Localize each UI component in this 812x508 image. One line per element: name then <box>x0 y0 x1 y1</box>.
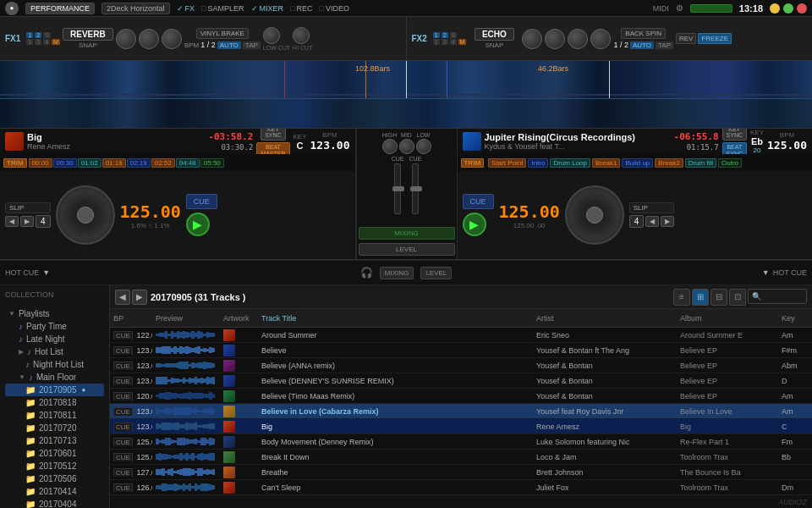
deck1-cue-btn[interactable]: CUE <box>186 194 217 209</box>
sidebar-item-20170512[interactable]: 📁 20170512 <box>5 460 104 472</box>
deck1-next-btn[interactable]: ▶ <box>20 216 34 227</box>
performance-mode-btn[interactable]: PERFORMANCE <box>25 3 95 14</box>
mixer-fader-right[interactable] <box>412 163 419 214</box>
fx2-freeze-btn[interactable]: FREEZE <box>698 33 732 44</box>
table-row[interactable]: CUE 126.00 Can't Sleep Juliet Fox Toolro… <box>110 480 812 494</box>
table-row[interactable]: CUE 122.00 Around Summer Eric Sneo Aroun… <box>110 328 812 343</box>
maximize-btn[interactable] <box>783 3 793 14</box>
fx2-back-spin[interactable]: BACK SPIN <box>621 28 666 39</box>
deck1-slip-btn[interactable]: SLIP <box>5 202 51 213</box>
deck2-hc-start[interactable]: Start Point <box>488 158 526 168</box>
sidebar-item-20170818[interactable]: 📁 20170818 <box>5 396 104 409</box>
video-checkbox[interactable]: □ VIDEO <box>319 4 348 13</box>
sidebar-item-20170601[interactable]: 📁 20170601 <box>5 447 104 460</box>
level-btn[interactable]: LEVEL <box>359 243 455 256</box>
table-row[interactable]: CUE 125.00 Break It Down Loco & Jam Tool… <box>110 450 812 465</box>
th-bpm[interactable]: BP <box>110 314 152 323</box>
sidebar-item-main-floor[interactable]: ▼ ♪ Main Floor <box>5 371 104 384</box>
fx1-chs[interactable]: S <box>43 32 51 38</box>
minimize-btn[interactable] <box>770 3 780 14</box>
mixer-high-knob[interactable] <box>382 139 398 154</box>
deck1-cue-448[interactable]: 04:48 <box>176 158 200 168</box>
deck1-cue-252[interactable]: 02:52 <box>151 158 175 168</box>
fx1-knob3[interactable] <box>162 29 182 49</box>
table-row[interactable]: CUE 125.00 Body Movement (Denney Remix) … <box>110 434 812 450</box>
deck1-cue-30[interactable]: 00:30 <box>53 158 77 168</box>
fx1-ch2[interactable]: 2 <box>35 32 41 38</box>
browser-search-box[interactable]: 🔍 <box>748 289 807 304</box>
browser-back-btn[interactable]: ◀ <box>115 290 130 305</box>
th-album[interactable]: Album <box>677 314 778 323</box>
deck2-play-btn[interactable]: ▶ <box>463 213 486 236</box>
deck2-hc-outro[interactable]: Outro <box>718 158 742 168</box>
fx2-ch1[interactable]: 1 <box>433 32 440 38</box>
fx2-knob2[interactable] <box>545 29 565 49</box>
fx1-knob2[interactable] <box>139 29 159 49</box>
sidebar-item-20170905[interactable]: 📁 20170905 ● <box>5 384 104 396</box>
deck1-cue-118[interactable]: 01:18 <box>102 158 126 168</box>
sidebar-item-20170720[interactable]: 📁 20170720 <box>5 422 104 434</box>
browser-grid-view-btn[interactable]: ⊟ <box>710 289 727 306</box>
waveform-area[interactable]: 102.8Bars 46.2Bars <box>0 61 812 129</box>
deck2-hc-break2[interactable]: Break2 <box>655 158 683 168</box>
sidebar-playlists-header[interactable]: ▼ Playlists <box>5 307 104 320</box>
sidebar-item-late-night[interactable]: ♪ Late Night <box>5 333 104 345</box>
table-row[interactable]: CUE 120.00 Believe (Timo Maas Remix) You… <box>110 389 812 404</box>
settings-icon[interactable]: ⚙ <box>676 3 683 13</box>
deck1-prev-btn[interactable]: ◀ <box>5 216 19 227</box>
deck2-prev-btn[interactable]: ◀ <box>645 216 659 227</box>
fx1-auto[interactable]: AUTO <box>217 41 241 49</box>
fx1-ch1[interactable]: 1 <box>26 32 33 38</box>
sidebar-item-20170404[interactable]: 📁 20170404 <box>5 498 104 508</box>
th-artwork[interactable]: Artwork <box>220 314 258 323</box>
sidebar-item-night-hot-list[interactable]: ♪ Night Hot List <box>5 358 104 371</box>
rec-checkbox[interactable]: □ REC <box>290 4 312 13</box>
deck1-cue-00[interactable]: 00:00 <box>29 158 52 168</box>
browser-large-view-btn[interactable]: ⊡ <box>729 289 746 306</box>
th-artist[interactable]: Artist <box>533 314 677 323</box>
sidebar-item-party-time[interactable]: ♪ Party Time <box>5 320 104 333</box>
fx2-chs[interactable]: S <box>450 32 458 38</box>
deck2-cue-btn[interactable]: CUE <box>463 194 494 209</box>
mixing-center-btn[interactable]: MIXING <box>380 267 414 279</box>
sidebar-item-20170506[interactable]: 📁 20170506 <box>5 472 104 485</box>
deck2-hc-drumloop[interactable]: Drum Loop <box>550 158 590 168</box>
deck1-cue-550[interactable]: 05:50 <box>200 158 224 168</box>
level-center-btn[interactable]: LEVEL <box>420 267 452 279</box>
fx2-effect-name[interactable]: ECHO <box>475 28 514 41</box>
table-row[interactable]: CUE 123.00 Believe in Love (Cabarza Remi… <box>110 404 812 419</box>
table-row[interactable]: CUE 123.00 Believe (ANNA remix) Yousef &… <box>110 358 812 373</box>
deck2-hc-drumfill[interactable]: Drum fill <box>685 158 716 168</box>
th-key[interactable]: Key <box>778 314 812 323</box>
deck2-hc-intro[interactable]: Intro <box>528 158 548 168</box>
th-preview[interactable]: Preview <box>152 314 220 323</box>
fx1-hi-cut-knob[interactable] <box>293 27 310 44</box>
sidebar-item-20170713[interactable]: 📁 20170713 <box>5 434 104 447</box>
fx2-knob1[interactable] <box>522 29 542 49</box>
close-btn[interactable] <box>797 3 807 14</box>
sampler-checkbox[interactable]: □ SAMPLER <box>201 4 244 13</box>
deck2-slip-btn[interactable]: SLIP <box>629 202 675 213</box>
browser-detail-view-btn[interactable]: ⊞ <box>692 289 709 306</box>
deck2-hc-buildup[interactable]: Build up <box>622 158 653 168</box>
hot-cue-arrow-left[interactable]: ▼ <box>42 268 50 277</box>
table-row[interactable]: CUE 123.00 Believe (DENNEY'S SUNRISE REM… <box>110 373 812 389</box>
mixer-low-knob[interactable] <box>416 139 431 154</box>
fx1-vinyl-brake[interactable]: VINYL BRAKE <box>196 28 249 39</box>
fx1-effect-name[interactable]: REVERB <box>63 28 113 41</box>
deck2-trim-btn[interactable]: TRIM <box>461 158 485 168</box>
fx1-tap[interactable]: TAP <box>243 41 261 49</box>
mixer-mid-knob[interactable] <box>399 139 414 154</box>
deck1-trim-btn[interactable]: TRIM <box>3 158 27 168</box>
th-title[interactable]: Track Title <box>258 314 533 323</box>
mixing-btn[interactable]: MIXING <box>359 227 455 240</box>
layout-btn[interactable]: 2Deck Horizontal <box>102 3 170 14</box>
browser-forward-btn[interactable]: ▶ <box>132 290 147 305</box>
hot-cue-arrow-right[interactable]: ▼ <box>762 268 770 277</box>
table-row[interactable]: CUE 123.00 Believe Yousef & Bontan ft Th… <box>110 343 812 358</box>
fx-checkbox[interactable]: ✓ FX <box>177 4 195 13</box>
fx2-knob3[interactable] <box>568 29 588 49</box>
sidebar-item-20170811[interactable]: 📁 20170811 <box>5 409 104 422</box>
fx2-tap[interactable]: TAP <box>656 41 673 49</box>
fx2-rev-btn[interactable]: REV <box>676 33 696 44</box>
